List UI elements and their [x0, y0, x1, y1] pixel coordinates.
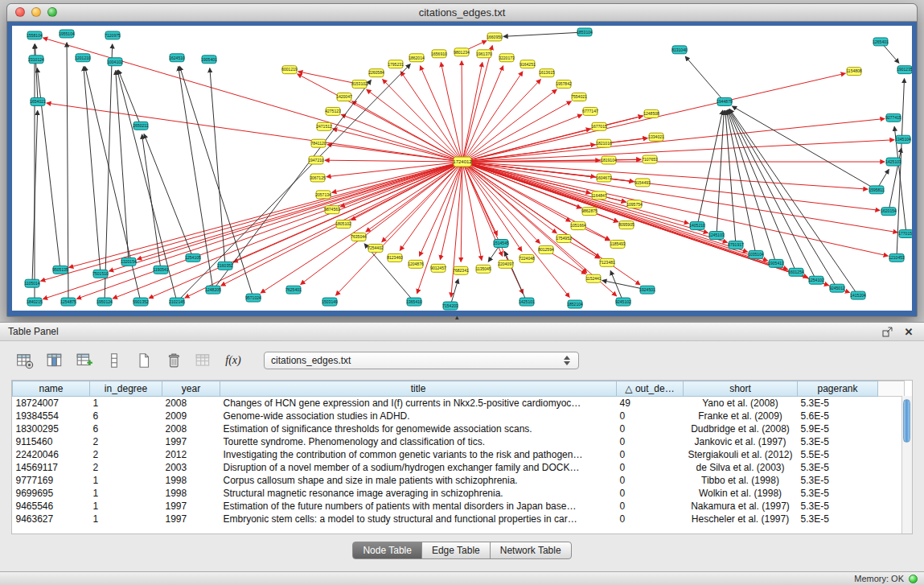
table-cell[interactable]: 5.5E-5: [798, 448, 878, 461]
column-header[interactable]: in_degree: [90, 381, 162, 397]
graph-edge[interactable]: [43, 38, 462, 162]
column-header[interactable]: name: [13, 381, 90, 397]
table-cell[interactable]: 0: [617, 500, 684, 513]
table-cell[interactable]: 6: [90, 422, 162, 435]
table-cell[interactable]: 1998: [162, 474, 220, 487]
graph-edge[interactable]: [116, 71, 129, 262]
tab-node-table[interactable]: Node Table: [352, 542, 422, 559]
graph-edge[interactable]: [298, 74, 462, 162]
table-cell[interactable]: 49: [617, 397, 684, 410]
table-cell[interactable]: 5.3E-5: [798, 500, 878, 513]
graph-edge[interactable]: [462, 162, 727, 242]
table-cell[interactable]: 19384554: [13, 410, 90, 422]
graph-edge[interactable]: [332, 162, 462, 192]
table-cell[interactable]: 2: [90, 461, 162, 474]
table-cell[interactable]: 2: [90, 435, 162, 448]
float-panel-icon[interactable]: [881, 325, 895, 338]
table-cell[interactable]: Hescheler et al. (1997): [684, 513, 798, 525]
table-cell[interactable]: 22420046: [13, 448, 90, 461]
table-cell[interactable]: 2008: [162, 397, 220, 410]
table-cell[interactable]: 9463627: [13, 513, 90, 525]
table-row[interactable]: 1872400712008Changes of HCN gene express…: [13, 397, 905, 410]
graph-edge[interactable]: [43, 162, 462, 299]
table-cell[interactable]: 2012: [162, 448, 220, 461]
table-cell[interactable]: Dudbridge et al. (2008): [684, 422, 798, 435]
network-canvas[interactable]: 1724012181910416046721164847986287510516…: [12, 26, 912, 311]
table-cell[interactable]: 0: [617, 448, 684, 461]
graph-edge[interactable]: [733, 106, 877, 190]
table-cell[interactable]: 2003: [162, 461, 220, 474]
create-table-icon[interactable]: [133, 351, 154, 370]
table-cell[interactable]: Investigating the contribution of common…: [220, 448, 617, 461]
table-cell[interactable]: Estimation of the future numbers of pati…: [220, 500, 617, 513]
table-cell[interactable]: 1: [90, 487, 162, 500]
table-row[interactable]: 1938455462009Genome-wide association stu…: [13, 410, 905, 422]
graph-edge[interactable]: [462, 162, 897, 233]
graph-edge[interactable]: [717, 110, 724, 235]
graph-edge[interactable]: [67, 43, 68, 302]
graph-edge[interactable]: [610, 270, 623, 302]
table-cell[interactable]: Embryonic stem cells: a model to study s…: [220, 513, 617, 525]
table-cell[interactable]: 18724007: [13, 397, 90, 410]
graph-edge[interactable]: [179, 66, 253, 298]
graph-edge[interactable]: [233, 162, 462, 262]
column-header[interactable]: △ out_de…: [617, 381, 684, 397]
column-settings-icon[interactable]: [14, 351, 35, 370]
minimize-window-button[interactable]: [31, 7, 41, 17]
table-cell[interactable]: 5.3E-5: [798, 461, 878, 474]
graph-edge[interactable]: [41, 162, 462, 281]
table-row[interactable]: 946362711997Embryonic stem cells: a mode…: [13, 513, 905, 525]
column-header[interactable]: short: [684, 381, 798, 397]
table-cell[interactable]: Estimation of significance thresholds fo…: [220, 422, 617, 435]
graph-edge[interactable]: [383, 80, 462, 163]
table-row[interactable]: 977716911998Corpus callosum shape and si…: [13, 474, 905, 487]
table-cell[interactable]: de Silva et al. (2003): [684, 461, 798, 474]
memory-status-indicator[interactable]: [909, 575, 918, 583]
graph-edge[interactable]: [298, 72, 359, 84]
table-cell[interactable]: 2009: [162, 410, 220, 422]
table-row[interactable]: 911546021997Tourette syndrome. Phenomeno…: [13, 435, 905, 448]
table-row[interactable]: 2242004622012Investigating the contribut…: [13, 448, 905, 461]
graph-edge[interactable]: [185, 162, 462, 298]
graph-edge[interactable]: [336, 162, 462, 295]
table-cell[interactable]: 9115460: [13, 435, 90, 448]
vertical-scrollbar[interactable]: [901, 396, 912, 534]
table-cell[interactable]: 9699695: [13, 487, 90, 500]
table-cell[interactable]: 1: [90, 474, 162, 487]
graph-edge[interactable]: [76, 162, 462, 299]
graph-edge[interactable]: [462, 80, 540, 162]
table-cell[interactable]: 1: [90, 513, 162, 525]
table-cell[interactable]: 5.3E-5: [798, 474, 878, 487]
table-cell[interactable]: 1: [90, 500, 162, 513]
graph-edge[interactable]: [441, 62, 462, 162]
graph-edge[interactable]: [144, 134, 193, 257]
table-cell[interactable]: 0: [617, 513, 684, 525]
graph-edge[interactable]: [462, 140, 894, 162]
window-titlebar[interactable]: citations_edges.txt: [7, 4, 917, 22]
table-cell[interactable]: Yano et al. (2008): [684, 397, 798, 410]
table-cell[interactable]: 1997: [162, 500, 220, 513]
table-cell[interactable]: 0: [617, 422, 684, 435]
table-cell[interactable]: 14569117: [13, 461, 90, 474]
table-cell[interactable]: Disruption of a novel member of a sodium…: [220, 461, 617, 474]
table-cell[interactable]: 2: [90, 448, 162, 461]
graph-edge[interactable]: [462, 46, 492, 163]
table-cell[interactable]: Tibbo et al. (1998): [684, 474, 798, 487]
table-cell[interactable]: Wolkin et al. (1998): [684, 487, 798, 500]
network-table-select[interactable]: citations_edges.txt: [264, 352, 579, 369]
table-cell[interactable]: 0: [617, 474, 684, 487]
table-cell[interactable]: 5.6E-5: [798, 410, 878, 422]
table-row[interactable]: 1830029562008Estimation of significance …: [13, 422, 905, 435]
graph-edge[interactable]: [462, 118, 885, 162]
table-cell[interactable]: 9465546: [13, 500, 90, 513]
column-header[interactable]: year: [162, 381, 220, 397]
table-cell[interactable]: Structural magnetic resonance image aver…: [220, 487, 617, 500]
graph-edge[interactable]: [367, 89, 462, 162]
graph-edge[interactable]: [113, 162, 462, 299]
graph-edge[interactable]: [105, 44, 113, 302]
table-cell[interactable]: 6: [90, 410, 162, 422]
table-row[interactable]: 946554611997Estimation of the future num…: [13, 500, 905, 513]
graph-edge[interactable]: [697, 110, 723, 225]
table-cell[interactable]: 18300295: [13, 422, 90, 435]
table-cell[interactable]: Nakamura et al. (1997): [684, 500, 798, 513]
